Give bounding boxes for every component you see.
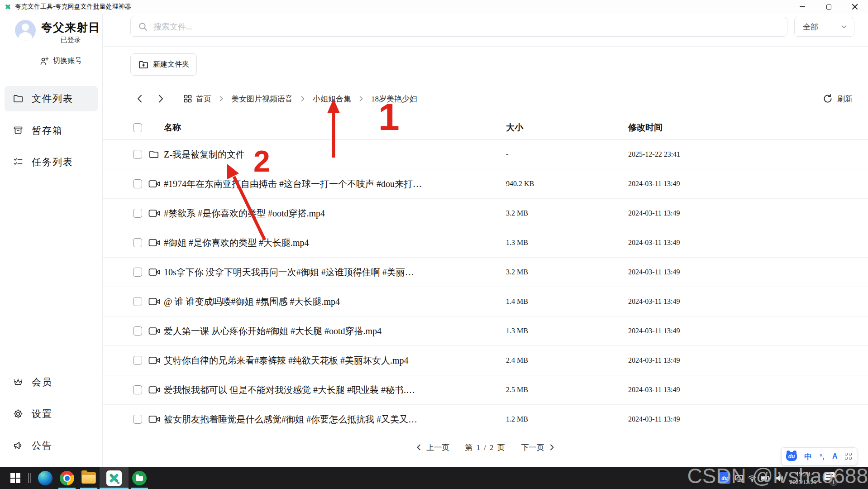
switch-account-button[interactable]: 切换账号 [40,56,82,66]
new-folder-label: 新建文件夹 [153,60,189,69]
task-list-icon [13,157,24,168]
file-name[interactable]: Z-我是被复制的文件 [164,149,506,161]
search-box [130,17,787,37]
app-logo-icon [4,3,12,11]
maximize-button[interactable] [816,0,842,14]
wifi-icon[interactable] [748,474,757,483]
table-row[interactable]: 爱我恨我都可以 但是不能对我没感觉 #大长腿 #职业装 #秘书.… 2.5 MB… [103,375,868,405]
file-table: 名称 大小 修改时间 Z-我是被复制的文件 - 2025-12-22 23:41 [103,115,868,434]
titlebar: 夸克文件工具-夸克网盘文件批量处理神器 [0,0,868,14]
sidebar-divider [0,80,102,80]
breadcrumb-chevron-icon [218,95,224,102]
forward-arrow-button[interactable] [156,94,165,104]
file-name[interactable]: #1974年在东南亚打自由搏击 #这台球一打一个不吱声 #dou来打… [164,178,506,190]
notification-center-button[interactable]: 1 [823,470,837,486]
file-name[interactable]: 艾特你自律的兄弟来看#泰裤辣 #纯欲天花板 #美丽坏女人.mp4 [164,355,506,367]
sidebar-item-announcement[interactable]: 公告 [5,433,98,458]
breadcrumb-home[interactable]: 首页 [183,94,211,104]
file-name[interactable]: 10s拿下你 没拿下明天我再问一次#御姐 #这谁顶得住啊 #美丽… [164,266,506,278]
search-input[interactable] [153,22,787,32]
sidebar-item-label: 暂存箱 [32,124,63,137]
next-page-button[interactable]: 下一页 [521,442,555,453]
sidebar-bottom-nav: 会员 设置 公告 [0,369,102,458]
breadcrumb-level2[interactable]: 小姐姐合集 [313,94,351,104]
table-row[interactable]: 爱人第一课 从心疼你开始#御姐 #大长腿 #ootd穿搭.mp4 1.3 MB … [103,316,868,346]
window-title: 夸克文件工具-夸克网盘文件批量处理神器 [15,3,131,11]
sidebar-item-settings[interactable]: 设置 [5,401,98,427]
login-status: 已登录 [41,36,100,44]
minimize-button[interactable] [789,0,816,14]
breadcrumb: 首页 美女图片视频语音 小姐姐合集 18岁美艳少妇 [183,94,417,104]
file-name[interactable]: #禁欲系 #是你喜欢的类型 #ootd穿搭.mp4 [164,207,506,220]
quark-tool-icon [106,470,122,486]
row-checkbox[interactable] [133,268,142,277]
row-checkbox[interactable] [133,326,142,336]
table-header: 名称 大小 修改时间 [103,115,868,140]
row-checkbox[interactable] [133,415,142,424]
table-row[interactable]: 艾特你自律的兄弟来看#泰裤辣 #纯欲天花板 #美丽坏女人.mp4 2.4 MB … [103,346,868,375]
video-icon [148,297,160,307]
table-row[interactable]: 10s拿下你 没拿下明天我再问一次#御姐 #这谁顶得住啊 #美丽… 3.2 MB… [103,258,868,287]
prev-page-button[interactable]: 上一页 [416,442,449,453]
file-name[interactable]: #御姐 #是你喜欢的类型 #大长腿.mp4 [164,237,506,249]
breadcrumb-chevron-icon [300,95,306,102]
row-checkbox[interactable] [133,356,142,365]
back-arrow-button[interactable] [135,94,144,104]
row-checkbox[interactable] [133,385,142,394]
row-checkbox[interactable] [133,150,142,159]
sidebar-item-label: 任务列表 [32,156,73,168]
taskbar-chrome-button[interactable] [56,467,78,489]
close-button[interactable] [842,0,868,14]
user-block: 夸父来射日 已登录 [15,20,100,44]
ime-language-mode-button[interactable]: 中 [804,451,812,462]
filter-dropdown[interactable]: 全部 [794,17,854,37]
file-name[interactable]: 爱我恨我都可以 但是不能对我没感觉 #大长腿 #职业装 #秘书.… [164,384,506,396]
taskbar-explorer-button[interactable] [78,467,100,489]
taskbar-green-app-button[interactable] [129,467,150,489]
clock[interactable]: 19:28 2025/12/29 [790,470,816,486]
ime-baidu-logo-icon[interactable]: du [786,452,797,461]
file-name[interactable]: 被女朋友抱着睡觉是什么感觉#御姐 #你要怎么抵抗我 #又美又… [164,413,506,426]
row-checkbox[interactable] [133,179,142,188]
column-header-time: 修改时间 [628,122,868,134]
row-checkbox[interactable] [133,238,142,247]
tray-baidu-ime-icon[interactable]: du [719,472,730,484]
table-row[interactable]: Z-我是被复制的文件 - 2025-12-22 23:41 [103,140,868,169]
table-row[interactable]: #1974年在东南亚打自由搏击 #这台球一打一个不吱声 #dou来打… 940.… [103,169,868,199]
new-folder-button[interactable]: 新建文件夹 [130,53,197,76]
avatar[interactable] [15,20,36,41]
row-checkbox[interactable] [133,297,142,306]
file-size: 1.3 MB [506,327,628,335]
speaker-icon[interactable] [775,474,784,483]
sidebar: 夸父来射日 已登录 切换账号 文件列表 [0,14,103,467]
refresh-button[interactable]: 刷新 [823,84,853,114]
row-checkbox[interactable] [133,209,142,218]
file-name[interactable]: 爱人第一课 从心疼你开始#御姐 #大长腿 #ootd穿搭.mp4 [164,325,506,337]
breadcrumb-level1[interactable]: 美女图片视频语音 [231,94,293,104]
sidebar-item-stash-box[interactable]: 暂存箱 [5,118,98,143]
file-time: 2024-03-11 13:49 [628,297,868,306]
ime-menu-grid-icon[interactable] [845,453,852,460]
sidebar-item-file-list[interactable]: 文件列表 [5,86,98,111]
select-all-checkbox[interactable] [133,123,142,132]
file-name[interactable]: @ 谁 谁变成吗喽#御姐 #氛围感 #大长腿.mp4 [164,296,506,308]
sidebar-item-task-list[interactable]: 任务列表 [5,149,98,175]
display-icon[interactable] [734,474,744,483]
close-icon [852,4,858,10]
ime-letter-mode-button[interactable]: A [832,452,838,460]
start-button[interactable] [5,467,26,489]
sidebar-item-label: 会员 [32,376,52,388]
table-row[interactable]: #禁欲系 #是你喜欢的类型 #ootd穿搭.mp4 3.2 MB 2024-03… [103,199,868,228]
taskbar-quark-tool-button[interactable] [100,467,129,489]
home-grid-icon [183,94,192,103]
breadcrumb-level3[interactable]: 18岁美艳少妇 [371,94,417,104]
sidebar-item-membership[interactable]: 会员 [5,369,98,395]
next-page-label: 下一页 [521,442,544,453]
file-table-body: Z-我是被复制的文件 - 2025-12-22 23:41 #1974年在东南亚… [103,140,868,434]
battery-icon[interactable] [761,474,771,483]
table-row[interactable]: 被女朋友抱着睡觉是什么感觉#御姐 #你要怎么抵抗我 #又美又… 1.2 MB 2… [103,405,868,434]
table-row[interactable]: @ 谁 谁变成吗喽#御姐 #氛围感 #大长腿.mp4 1.4 MB 2024-0… [103,287,868,316]
table-row[interactable]: #御姐 #是你喜欢的类型 #大长腿.mp4 1.3 MB 2024-03-11 … [103,228,868,258]
taskbar-edge-button[interactable] [34,467,56,489]
ime-punctuation-button[interactable]: °, [820,453,825,460]
